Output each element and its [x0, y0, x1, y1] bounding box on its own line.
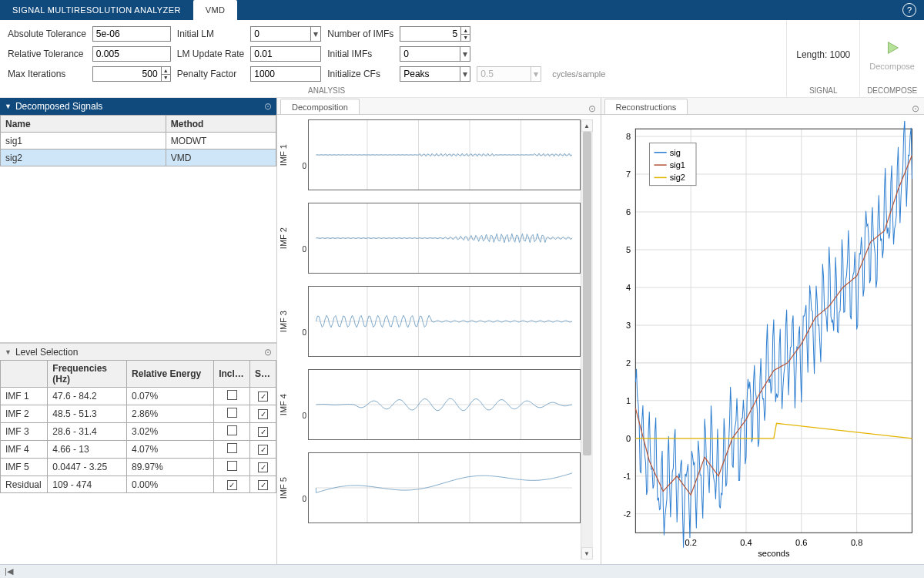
- decomposition-panel: Decomposition ⊙ IMF 10IMF 20IMF 30IMF 40…: [277, 98, 601, 564]
- table-row[interactable]: IMF 44.66 - 134.07%: [1, 441, 276, 459]
- decompose-cell: Decompose DECOMPOSE: [859, 20, 924, 97]
- imf-row: IMF 10: [279, 119, 581, 190]
- imf-label: IMF 5: [279, 477, 297, 499]
- reconstruction-tabbar: Reconstructions ⊙: [601, 98, 925, 115]
- imf-label: IMF 1: [279, 144, 297, 166]
- chevron-down-icon: ▾: [531, 67, 541, 81]
- level-selection-header[interactable]: ▼ Level Selection ⊙: [0, 343, 276, 360]
- close-icon[interactable]: ⊙: [264, 347, 272, 358]
- show-checkbox[interactable]: [258, 427, 268, 437]
- svg-text:-2: -2: [623, 509, 631, 519]
- spinner-icon[interactable]: ▲▼: [460, 27, 470, 41]
- scroll-track[interactable]: [581, 132, 593, 547]
- col-show[interactable]: S…: [250, 361, 276, 388]
- imf-plot[interactable]: [308, 119, 581, 190]
- close-icon[interactable]: ⊙: [912, 103, 919, 114]
- show-checkbox[interactable]: [258, 391, 268, 402]
- rewind-icon[interactable]: |◀: [5, 566, 13, 576]
- close-icon[interactable]: ⊙: [264, 101, 272, 112]
- imf-row: IMF 30: [279, 286, 581, 357]
- include-checkbox[interactable]: [227, 461, 237, 471]
- status-bar: |◀: [0, 564, 924, 578]
- rel-tol-field[interactable]: [92, 46, 171, 62]
- table-row[interactable]: IMF 50.0447 - 3.2589.97%: [1, 459, 276, 476]
- init-cf-label: Initialize CFs: [327, 69, 393, 79]
- show-checkbox[interactable]: [258, 409, 268, 419]
- col-include[interactable]: Incl…: [214, 361, 250, 388]
- abs-tol-label: Absolute Tolerance: [8, 29, 86, 39]
- init-imf-label: Initial IMFs: [327, 49, 393, 59]
- imf-plot[interactable]: [308, 286, 581, 357]
- imf-stack: IMF 10IMF 20IMF 30IMF 40IMF 50 ▲ ▼: [277, 115, 601, 564]
- include-checkbox[interactable]: [227, 408, 237, 418]
- imf-plot[interactable]: [308, 369, 581, 440]
- collapse-icon[interactable]: ▼: [5, 348, 12, 356]
- chevron-down-icon[interactable]: ▾: [460, 67, 470, 81]
- show-checkbox[interactable]: [258, 480, 268, 490]
- include-checkbox[interactable]: [227, 425, 237, 435]
- chevron-down-icon[interactable]: ▾: [310, 27, 321, 41]
- col-method[interactable]: Method: [166, 116, 276, 133]
- scroll-thumb[interactable]: [583, 132, 591, 455]
- close-icon[interactable]: ⊙: [588, 103, 596, 114]
- svg-text:sig: sig: [669, 148, 680, 157]
- reconstruction-panel: Reconstructions ⊙ -2-10123456780.20.40.6…: [601, 98, 925, 564]
- col-freq[interactable]: Frequencies (Hz): [48, 361, 127, 388]
- svg-text:0.6: 0.6: [795, 538, 807, 547]
- svg-text:sig2: sig2: [669, 173, 685, 182]
- decompose-button[interactable]: Decompose: [869, 62, 915, 71]
- svg-text:seconds: seconds: [758, 549, 790, 558]
- toolstrip: Absolute Tolerance Initial LM ▾ Number o…: [0, 20, 924, 98]
- imf-row: IMF 50: [279, 452, 581, 523]
- show-checkbox[interactable]: [258, 462, 268, 472]
- tab-decomposition[interactable]: Decomposition: [280, 99, 360, 114]
- table-row[interactable]: Residual109 - 4740.00%: [1, 476, 276, 493]
- play-icon[interactable]: [884, 39, 901, 59]
- chevron-down-icon[interactable]: ▾: [460, 47, 470, 61]
- include-checkbox[interactable]: [227, 480, 237, 490]
- include-checkbox[interactable]: [227, 390, 237, 400]
- collapse-icon[interactable]: ▼: [5, 102, 12, 110]
- zero-label: 0: [297, 495, 308, 503]
- imf-plot[interactable]: [308, 203, 581, 274]
- content-area: ▼ Decomposed Signals ⊙ Name Method sig1M…: [0, 98, 924, 564]
- level-selection-table: Frequencies (Hz) Relative Energy Incl… S…: [0, 360, 276, 564]
- svg-text:0: 0: [626, 434, 631, 443]
- table-row[interactable]: sig1MODWT: [1, 133, 276, 150]
- imf-label: IMF 4: [279, 394, 297, 415]
- penalty-field[interactable]: [250, 66, 321, 82]
- max-iter-field[interactable]: ▲▼: [92, 66, 171, 82]
- decomposed-signals-header[interactable]: ▼ Decomposed Signals ⊙: [0, 98, 276, 115]
- zero-label: 0: [297, 412, 308, 420]
- scroll-down-icon[interactable]: ▼: [581, 547, 593, 560]
- abs-tol-field[interactable]: [92, 26, 171, 42]
- app-title: SIGNAL MULTIRESOLUTION ANALYZER: [0, 0, 193, 20]
- scrollbar[interactable]: ▲ ▼: [581, 119, 593, 560]
- col-level: [1, 361, 48, 388]
- col-name[interactable]: Name: [1, 116, 166, 133]
- help-icon[interactable]: ?: [902, 3, 916, 17]
- svg-text:0.4: 0.4: [740, 538, 752, 547]
- init-imf-field[interactable]: ▾: [400, 46, 470, 62]
- svg-text:7: 7: [626, 170, 631, 179]
- show-checkbox[interactable]: [258, 445, 268, 455]
- tab-vmd[interactable]: VMD: [193, 0, 238, 20]
- lm-rate-field[interactable]: [250, 46, 321, 62]
- col-energy[interactable]: Relative Energy: [127, 361, 214, 388]
- table-row[interactable]: sig2VMD: [1, 150, 276, 166]
- init-cf-field[interactable]: ▾: [400, 66, 470, 82]
- num-imf-field[interactable]: ▲▼: [400, 26, 470, 42]
- init-lm-field[interactable]: ▾: [250, 26, 321, 42]
- table-row[interactable]: IMF 147.6 - 84.20.07%: [1, 388, 276, 405]
- spinner-icon[interactable]: ▲▼: [161, 67, 170, 81]
- table-row[interactable]: IMF 328.6 - 31.43.02%: [1, 423, 276, 441]
- table-row[interactable]: IMF 248.5 - 51.32.86%: [1, 405, 276, 423]
- imf-plot[interactable]: [308, 452, 581, 523]
- svg-text:3: 3: [626, 321, 631, 330]
- cycles-label: cycles/sample: [552, 69, 617, 79]
- scroll-up-icon[interactable]: ▲: [581, 119, 593, 132]
- left-column: ▼ Decomposed Signals ⊙ Name Method sig1M…: [0, 98, 277, 564]
- init-lm-label: Initial LM: [177, 29, 244, 39]
- tab-reconstructions[interactable]: Reconstructions: [604, 99, 688, 114]
- include-checkbox[interactable]: [227, 443, 237, 453]
